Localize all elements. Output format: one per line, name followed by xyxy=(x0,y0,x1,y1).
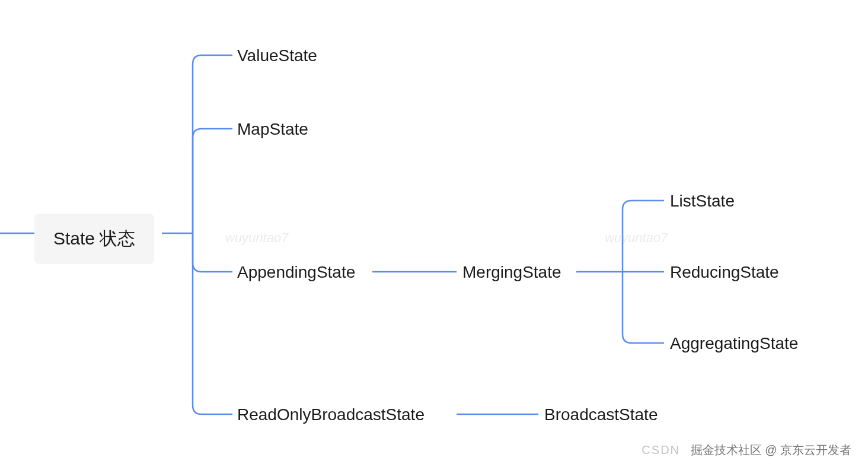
root-node: State 状态 xyxy=(34,214,154,264)
node-mergingstate: MergingState xyxy=(462,263,561,282)
node-label: MapState xyxy=(237,120,308,138)
node-label: BroadcastState xyxy=(544,405,658,424)
node-label: ListState xyxy=(670,192,735,210)
footer-faint: CSDN xyxy=(642,443,680,456)
root-label: State 状态 xyxy=(53,228,135,248)
node-aggregatingstate: AggregatingState xyxy=(670,334,798,353)
node-label: ValueState xyxy=(237,46,317,65)
node-appendingstate: AppendingState xyxy=(237,263,355,282)
node-readonlybroadcaststate: ReadOnlyBroadcastState xyxy=(237,405,425,424)
node-label: ReadOnlyBroadcastState xyxy=(237,405,425,424)
footer-watermark: CSDN 掘金技术社区 @ 京东云开发者 xyxy=(642,442,851,458)
node-reducingstate: ReducingState xyxy=(670,263,779,282)
node-label: AppendingState xyxy=(237,263,355,281)
node-label: AggregatingState xyxy=(670,334,798,352)
node-label: MergingState xyxy=(462,263,561,281)
node-broadcaststate: BroadcastState xyxy=(544,405,658,424)
node-valuestate: ValueState xyxy=(237,46,317,65)
node-liststate: ListState xyxy=(670,192,735,211)
footer-text: 掘金技术社区 @ 京东云开发者 xyxy=(691,443,851,456)
node-label: ReducingState xyxy=(670,263,779,281)
node-mapstate: MapState xyxy=(237,120,308,139)
